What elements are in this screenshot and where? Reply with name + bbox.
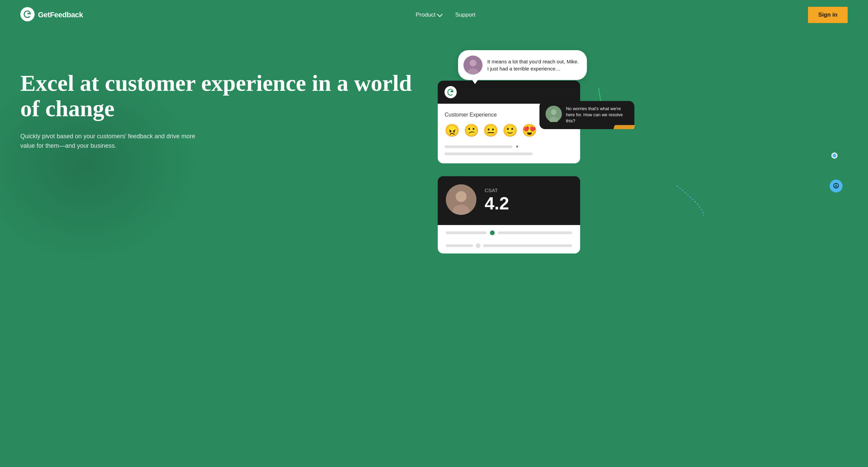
dropdown-arrow-icon[interactable]: ▼ bbox=[515, 144, 519, 149]
csat-dot bbox=[490, 230, 495, 235]
hero-right: It means a lot that you'd reach out, Mik… bbox=[417, 43, 848, 264]
hero-left: Excel at customer experience in a world … bbox=[20, 43, 417, 151]
card-header bbox=[438, 81, 580, 104]
hero-title: Excel at customer experience in a world … bbox=[20, 70, 417, 121]
agent-avatar bbox=[546, 106, 562, 122]
csat-line-3 bbox=[446, 244, 473, 247]
csat-bottom bbox=[438, 225, 580, 241]
svg-point-9 bbox=[456, 191, 467, 202]
sign-in-button[interactable]: Sign in bbox=[808, 7, 848, 23]
csat-score: 4.2 bbox=[485, 195, 509, 212]
yellow-accent bbox=[613, 125, 635, 129]
emoji-angry[interactable]: 😠 bbox=[445, 123, 460, 138]
peace-icon: ☮ bbox=[830, 180, 843, 192]
navbar: GetFeedback Product Support Sign in bbox=[0, 0, 868, 30]
csat-dot-2 bbox=[476, 243, 480, 248]
logo-area: GetFeedback bbox=[20, 7, 83, 23]
csat-person-avatar bbox=[446, 184, 476, 215]
emoji-love[interactable]: 😍 bbox=[522, 123, 537, 138]
nav-support[interactable]: Support bbox=[455, 12, 476, 18]
blue-connector-dot bbox=[831, 153, 837, 159]
chevron-down-icon bbox=[437, 12, 442, 17]
line-2 bbox=[445, 153, 533, 155]
card-lines: ▼ bbox=[445, 144, 573, 149]
csat-line-4 bbox=[483, 244, 572, 247]
emoji-confused[interactable]: 😕 bbox=[464, 123, 479, 138]
brand-logo-icon bbox=[20, 7, 35, 23]
customer-bubble-text: It means a lot that you'd reach out, Mik… bbox=[487, 58, 579, 72]
csat-bottom-row-2 bbox=[438, 241, 580, 253]
csat-info: CSAT 4.2 bbox=[485, 187, 509, 212]
emoji-neutral[interactable]: 😐 bbox=[483, 123, 498, 138]
line-1 bbox=[445, 145, 512, 148]
agent-speech-bubble: No worries that's what we're here for. H… bbox=[539, 101, 634, 129]
nav-links: Product Support bbox=[416, 12, 475, 18]
csat-card: CSAT 4.2 bbox=[438, 176, 580, 253]
svg-point-6 bbox=[551, 109, 556, 115]
customer-speech-bubble: It means a lot that you'd reach out, Mik… bbox=[458, 50, 587, 80]
nav-product[interactable]: Product bbox=[416, 12, 442, 18]
csat-top: CSAT 4.2 bbox=[438, 176, 580, 225]
customer-avatar bbox=[463, 56, 482, 75]
cx-survey-card: No worries that's what we're here for. H… bbox=[438, 81, 580, 163]
hero-section: Excel at customer experience in a world … bbox=[0, 30, 868, 467]
csat-label: CSAT bbox=[485, 187, 509, 193]
card-line-2 bbox=[445, 153, 573, 155]
brand-name: GetFeedback bbox=[38, 11, 83, 19]
csat-line-1 bbox=[446, 231, 487, 234]
emoji-happy[interactable]: 🙂 bbox=[502, 123, 518, 138]
agent-bubble-text: No worries that's what we're here for. H… bbox=[566, 106, 628, 124]
hero-subtitle: Quickly pivot based on your customers' f… bbox=[20, 131, 197, 151]
svg-point-3 bbox=[470, 60, 476, 66]
csat-line-2 bbox=[498, 231, 572, 234]
getfeedback-logo-small bbox=[445, 86, 457, 98]
